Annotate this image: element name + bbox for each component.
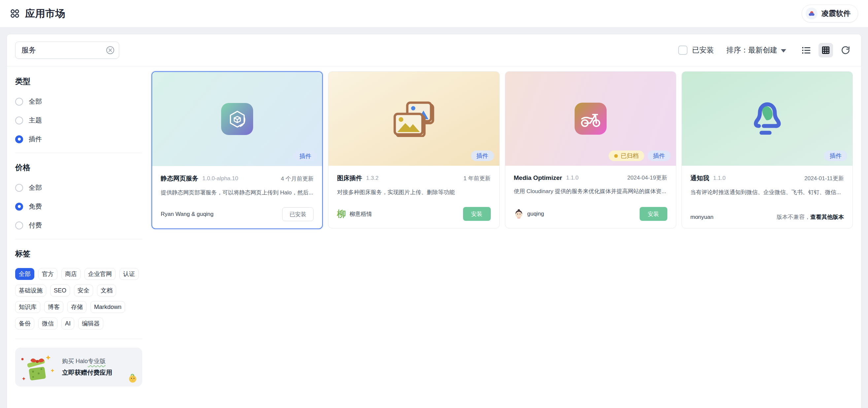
price-option-free[interactable]: 免费	[15, 202, 142, 211]
bell-with-leaf-app-icon	[749, 101, 785, 137]
list-view-icon	[802, 46, 811, 55]
radio-selected-icon	[15, 135, 23, 143]
installed-checkbox[interactable]	[678, 45, 687, 55]
price-filter-section: 价格 全部 免费 付费	[15, 153, 142, 239]
app-updated: 4 个月前更新	[281, 175, 313, 183]
clear-search-icon[interactable]	[105, 45, 115, 55]
plugin-badge: 插件	[648, 151, 671, 161]
promo-line-1: 购买 Halo专业版	[62, 357, 112, 365]
card-banner: 已归档 插件	[505, 72, 676, 166]
filter-sidebar: 类型 全部 主题 插件 价格	[7, 66, 143, 397]
tag-blog[interactable]: 博客	[44, 301, 63, 313]
type-section-title: 类型	[15, 76, 142, 87]
tag-seo[interactable]: SEO	[50, 285, 70, 296]
price-option-paid[interactable]: 付费	[15, 221, 142, 230]
grid-view-icon	[822, 46, 830, 55]
type-option-plugin[interactable]: 插件	[15, 135, 142, 144]
static-pages-app-icon	[221, 103, 253, 135]
card-body: 静态网页服务 1.0.0-alpha.10 4 个月前更新 提供静态网页部署服务…	[152, 166, 322, 228]
panel-body: 类型 全部 主题 插件 价格	[7, 66, 861, 397]
price-option-all[interactable]: 全部	[15, 183, 142, 192]
install-button[interactable]: 安装	[640, 207, 667, 221]
installed-filter[interactable]: 已安装	[678, 45, 714, 55]
tag-infrastructure[interactable]: 基础设施	[15, 285, 46, 296]
tag-knowledge-base[interactable]: 知识库	[15, 301, 40, 313]
archived-badge: 已归档	[609, 151, 644, 161]
version-compat-note: 版本不兼容，查看其他版本	[777, 213, 844, 221]
promo-line-2: 立即获赠付费应用	[62, 368, 112, 377]
type-option-all[interactable]: 全部	[15, 97, 142, 106]
tags-filter-section: 标签 全部 官方 商店 企业官网 认证 基础设施 SEO 安全 文档 知识库 博…	[15, 239, 142, 339]
tags-section-title: 标签	[15, 249, 142, 259]
app-author: monyuan	[690, 214, 714, 220]
grid-view-button[interactable]	[818, 43, 833, 57]
card-banner: 插件	[682, 72, 852, 166]
radio-icon	[15, 184, 23, 192]
vendor-name: 凌霞软件	[822, 8, 850, 19]
tag-store[interactable]: 商店	[61, 268, 81, 280]
refresh-button[interactable]	[838, 43, 853, 57]
tag-wechat[interactable]: 微信	[38, 318, 57, 329]
app-title: 图床插件	[337, 174, 362, 183]
page-title: 应用市场	[25, 7, 65, 21]
badge-row: 插件	[294, 151, 317, 161]
tag-ai[interactable]: AI	[61, 318, 74, 329]
card-body: 通知我 1.1.0 2024-01-11更新 当有评论时推送通知到微信、企业微信…	[682, 166, 852, 228]
app-cards-grid: 插件 静态网页服务 1.0.0-alpha.10 4 个月前更新 提供静态网页部…	[152, 71, 853, 229]
app-title: 静态网页服务	[161, 174, 198, 183]
toolbar-right: 已安装 排序：最新创建	[678, 43, 853, 57]
app-title: 通知我	[690, 174, 709, 183]
vendor-badge[interactable]: 凌霞软件	[802, 5, 858, 23]
gift-box-icon	[20, 351, 57, 383]
halo-pro-promo-banner[interactable]: 购买 Halo专业版 立即获赠付费应用	[15, 348, 142, 386]
app-updated: 2024-01-11更新	[804, 175, 844, 182]
search-box	[15, 41, 119, 59]
tag-all[interactable]: 全部	[15, 268, 34, 280]
tag-docs[interactable]: 文档	[97, 285, 116, 296]
app-title: Media Optimizer	[514, 174, 562, 182]
app-updated: 1 年前更新	[463, 175, 490, 182]
tag-markdown[interactable]: Markdown	[90, 301, 125, 313]
tag-security[interactable]: 安全	[74, 285, 93, 296]
vendor-logo-icon	[806, 8, 817, 20]
radio-icon	[15, 221, 23, 229]
app-card-media-optimizer[interactable]: 已归档 插件 Media Optimizer 1.1.0 2024-04-19更…	[505, 71, 676, 228]
app-updated: 2024-04-19更新	[627, 174, 667, 182]
view-toggle	[799, 43, 853, 57]
tag-editor[interactable]: 编辑器	[78, 318, 103, 329]
card-banner: 插件	[329, 72, 499, 166]
tag-storage[interactable]: 存储	[67, 301, 87, 313]
price-options: 全部 免费 付费	[15, 183, 142, 230]
app-description: 提供静态网页部署服务，可以将静态网页上传到 Halo，然后...	[161, 188, 313, 197]
author-avatar: 柳	[337, 210, 346, 219]
app-list-area: 插件 静态网页服务 1.0.0-alpha.10 4 个月前更新 提供静态网页部…	[143, 66, 861, 229]
app-author: guqing	[514, 209, 544, 219]
tag-corporate-site[interactable]: 企业官网	[85, 268, 116, 280]
app-card-notify-me[interactable]: 插件 通知我 1.1.0 2024-01-11更新 当有评论时推送通知到微信、企…	[682, 71, 853, 228]
app-card-image-host[interactable]: 插件 图床插件 1.3.2 1 年前更新 对接多种图床服务，实现图片上传、删除等…	[328, 71, 499, 228]
author-avatar	[514, 209, 524, 219]
type-option-theme[interactable]: 主题	[15, 116, 142, 125]
sort-label: 排序：最新创建	[726, 45, 777, 55]
app-market-icon	[10, 8, 20, 19]
badge-row: 插件	[824, 151, 847, 161]
install-button[interactable]: 安装	[463, 207, 491, 221]
tag-auth[interactable]: 认证	[120, 268, 138, 280]
media-optimizer-app-icon	[575, 103, 607, 135]
other-versions-link[interactable]: 查看其他版本	[810, 214, 844, 220]
sort-dropdown[interactable]: 排序：最新创建	[726, 45, 786, 55]
tag-official[interactable]: 官方	[38, 268, 57, 280]
tag-backup[interactable]: 备份	[15, 318, 34, 329]
app-card-static-pages[interactable]: 插件 静态网页服务 1.0.0-alpha.10 4 个月前更新 提供静态网页部…	[152, 71, 323, 229]
top-header: 应用市场 凌霞软件	[0, 0, 868, 27]
tag-list: 全部 官方 商店 企业官网 认证 基础设施 SEO 安全 文档 知识库 博客 存…	[15, 268, 142, 329]
header-left: 应用市场	[10, 7, 65, 21]
list-view-button[interactable]	[799, 43, 813, 57]
type-filter-section: 类型 全部 主题 插件	[15, 67, 142, 153]
card-body: Media Optimizer 1.1.0 2024-04-19更新 使用 Cl…	[505, 166, 676, 228]
installed-button[interactable]: 已安装	[282, 207, 313, 221]
search-input[interactable]	[15, 41, 119, 59]
app-version: 1.1.0	[713, 175, 726, 182]
app-version: 1.1.0	[566, 175, 579, 181]
app-author: 柳柳意梧情	[337, 210, 372, 219]
